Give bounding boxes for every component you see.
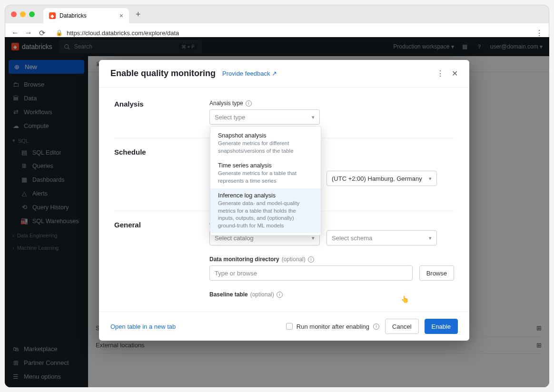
chevron-down-icon: ▾ [312,235,315,241]
section-heading-analysis: Analysis [114,100,190,125]
chevron-down-icon: ▾ [312,114,315,120]
option-time-series-analysis[interactable]: Time series analysis Generate metrics fo… [210,158,321,188]
browse-button[interactable]: Browse [419,265,454,281]
option-inference-log-analysis[interactable]: Inference log analysis Generate data- an… [210,188,321,233]
new-tab-button[interactable]: + [133,10,144,20]
close-icon[interactable]: ✕ [452,69,458,78]
schema-select[interactable]: Select schema ▾ [326,230,437,245]
monitoring-directory-label: Data monitoring directory (optional) i [209,256,454,263]
maximize-window-button[interactable] [29,11,35,17]
modal-footer: Open table in a new tab Run monitor afte… [99,312,469,341]
browser-chrome: ◆ Databricks × + ← → ⟳ 🔒 https://cloud.d… [5,5,549,42]
close-tab-icon[interactable]: × [119,12,123,20]
browser-menu-icon[interactable]: ⋮ [535,29,543,38]
baseline-table-label: Baseline table (optional) i [209,291,454,298]
modal-body: Analysis Analysis type i Select type ▾ S… [99,88,469,312]
info-icon[interactable]: i [308,256,314,263]
back-button[interactable]: ← [11,29,20,37]
option-snapshot-analysis[interactable]: Snapshot analysis Generate metrics for d… [210,128,321,158]
open-table-new-tab-link[interactable]: Open table in a new tab [110,323,176,330]
url-text: https://cloud.databricks.com/explore/dat… [67,29,179,37]
more-options-icon[interactable]: ⋮ [436,69,444,78]
info-icon[interactable]: i [373,323,379,330]
monitoring-directory-input[interactable]: Type or browse [209,265,413,281]
external-link-icon: ↗ [272,70,277,77]
browser-tab-bar: ◆ Databricks × + [5,5,549,23]
enable-button[interactable]: Enable [425,319,458,334]
window-controls [11,11,40,17]
timezone-select[interactable]: (UTC +2:00) Hamburg, Germany ▾ [326,171,437,186]
modal-title: Enable quality monitoring [110,69,216,78]
forward-button[interactable]: → [24,29,33,37]
checkbox-icon [286,323,293,330]
provide-feedback-link[interactable]: Provide feedback ↗ [222,70,277,77]
analysis-type-select[interactable]: Select type ▾ Snapshot analysis Generate… [209,109,320,125]
info-icon[interactable]: i [277,292,283,298]
browser-tab[interactable]: ◆ Databricks × [43,8,129,23]
chevron-down-icon: ▾ [429,235,432,241]
analysis-type-dropdown: Snapshot analysis Generate metrics for d… [210,126,321,235]
tab-title: Databricks [59,12,87,19]
databricks-favicon-icon: ◆ [49,12,56,19]
cancel-button[interactable]: Cancel [385,319,418,334]
analysis-type-label: Analysis type i [209,100,454,107]
quality-monitoring-modal: Enable quality monitoring Provide feedba… [99,60,469,341]
app-shell: ◆ databricks Search ⌘ + P Production wor… [5,37,549,387]
modal-header: Enable quality monitoring Provide feedba… [99,60,469,88]
chevron-down-icon: ▾ [429,176,432,182]
close-window-button[interactable] [11,11,17,17]
section-heading-schedule: Schedule [114,148,190,197]
section-heading-general: General [114,221,190,301]
lock-icon: 🔒 [56,29,63,36]
minimize-window-button[interactable] [20,11,26,17]
run-after-enabling-checkbox[interactable]: Run monitor after enabling i [286,323,379,330]
reload-button[interactable]: ⟳ [38,29,46,38]
info-icon[interactable]: i [246,100,252,107]
